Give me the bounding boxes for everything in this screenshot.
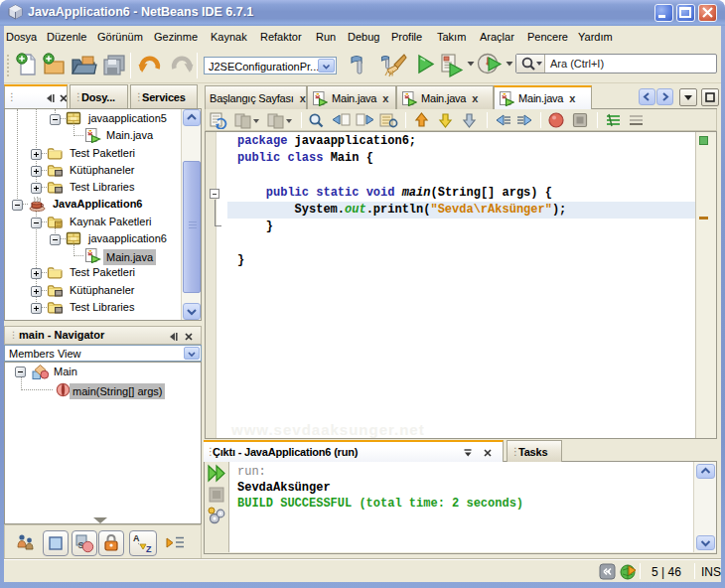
svg-text:Z: Z <box>146 544 152 554</box>
svg-text:A: A <box>133 533 140 543</box>
